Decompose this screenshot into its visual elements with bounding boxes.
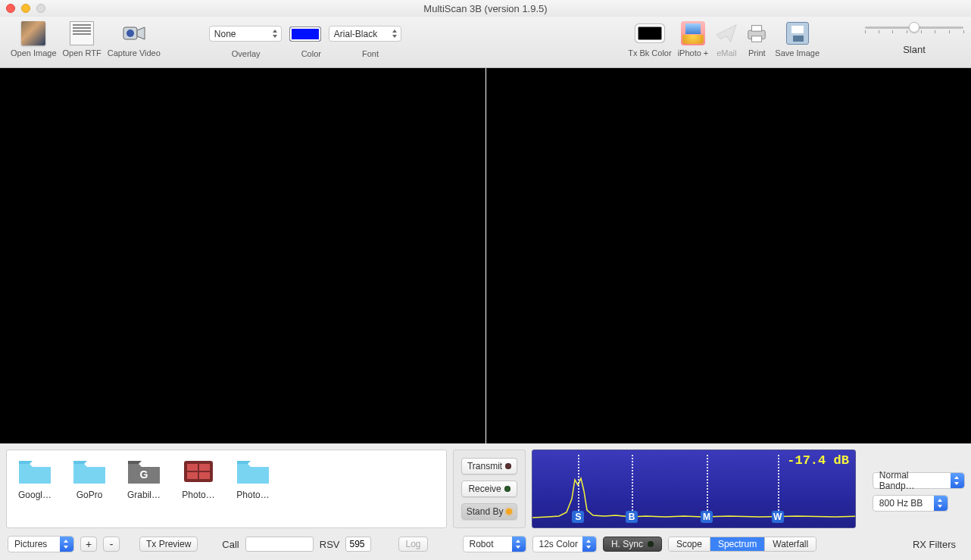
folder-icon [17,458,52,485]
email-button[interactable]: eMail [714,21,738,58]
mode-b-select[interactable]: 12s Color [532,536,597,552]
view-segmented[interactable]: Scope Spectrum Waterfall [668,537,816,552]
save-image-button[interactable]: Save Image [775,21,820,58]
capture-video-button[interactable]: Capture Video [108,21,161,58]
floppy-icon [786,22,809,45]
folder-item[interactable]: GoPro [67,458,111,500]
printer-icon [745,21,769,45]
svg-point-1 [126,30,134,37]
photobooth-icon [181,458,216,485]
spectrum-marker: B [626,511,638,523]
color-label: Color [301,49,321,58]
rsv-input[interactable] [345,537,371,552]
viewer-left[interactable] [0,68,485,443]
spectrum-marker: S [572,511,584,523]
print-button[interactable]: Print [745,21,769,58]
viewer-right[interactable] [486,68,972,443]
overlay-select[interactable]: None [209,26,282,42]
slant-slider[interactable]: Slant [865,21,963,55]
svg-rect-7 [187,464,198,471]
overlay-label: Overlay [232,49,261,58]
font-label: Font [362,49,379,58]
mode-a-select[interactable]: Robot [463,536,526,552]
spectrum-display[interactable]: -17.4 dB S B M W [532,450,856,528]
call-input[interactable] [245,537,314,552]
viewers [0,68,971,443]
led-icon [648,541,654,547]
folder-item[interactable]: Googl… [13,458,57,500]
svg-rect-10 [199,472,210,479]
spectrum-marker: W [772,511,784,523]
folder-item[interactable]: Photo… [176,458,220,500]
camera-icon [122,21,146,45]
folder-icon [72,458,107,485]
tx-preview-button[interactable]: Tx Preview [139,537,198,552]
document-icon [70,21,94,45]
standby-button[interactable]: Stand By [461,503,517,520]
db-readout: -17.4 dB [787,453,849,468]
tx-rx-panel: Transmit Receive Stand By [453,450,526,528]
overlay-controls: None Arial-Black Overlay Color Font [209,21,401,58]
svg-rect-9 [187,472,198,479]
filter-bw-select[interactable]: 800 Hz BB [873,495,948,512]
folder-item[interactable]: Photo… [231,458,275,500]
toolbar: Open Image Open RTF Capture Video None A… [0,17,971,68]
transmit-button[interactable]: Transmit [461,458,517,474]
svg-rect-8 [199,464,210,471]
bottom-bar: Pictures + - Tx Preview Call RSV Log Rob… [0,528,971,552]
seg-waterfall[interactable]: Waterfall [765,537,816,551]
source-select[interactable]: Pictures [8,536,74,552]
tx-bk-color-button[interactable]: Tx Bk Color [628,21,671,58]
titlebar: MultiScan 3B (version 1.9.5) [0,0,971,17]
iphoto-button[interactable]: iPhoto + [678,21,709,58]
font-select[interactable]: Arial-Black [329,26,401,42]
log-button[interactable]: Log [398,537,427,552]
led-icon [506,509,512,515]
folder-icon [236,458,270,485]
spectrum-marker: M [701,511,713,523]
lower-panel: Googl… GoPro G Grabil… Photo… Photo… Tra… [0,443,971,560]
seg-scope[interactable]: Scope [669,537,710,551]
svg-text:G: G [140,468,148,481]
paper-plane-icon [714,21,738,45]
add-button[interactable]: + [80,537,97,552]
color-well[interactable] [289,26,321,42]
rsv-label: RSV [320,539,340,550]
slider-thumb-icon[interactable] [909,22,919,33]
open-rtf-button[interactable]: Open RTF [63,21,101,58]
open-image-button[interactable]: Open Image [11,21,57,58]
photo-icon [21,21,45,45]
receive-button[interactable]: Receive [461,481,517,497]
led-icon [505,463,511,469]
seg-spectrum[interactable]: Spectrum [710,537,765,551]
folder-item[interactable]: G Grabil… [122,458,166,500]
svg-rect-3 [752,26,762,32]
call-label: Call [222,539,239,550]
thumbnails-panel: Googl… GoPro G Grabil… Photo… Photo… [6,450,447,528]
iphoto-icon [681,21,705,45]
folder-icon: G [126,458,161,485]
rx-filters-panel: Normal Bandp… 800 Hz BB [873,472,965,528]
svg-rect-4 [752,36,762,42]
black-swatch-icon [638,26,662,40]
remove-button[interactable]: - [103,537,120,552]
rx-filters-label: RX Filters [913,539,956,550]
window-title: MultiScan 3B (version 1.9.5) [0,3,971,14]
hsync-button[interactable]: H. Sync [603,537,662,552]
filter-mode-select[interactable]: Normal Bandp… [873,472,965,489]
led-icon [504,486,510,492]
